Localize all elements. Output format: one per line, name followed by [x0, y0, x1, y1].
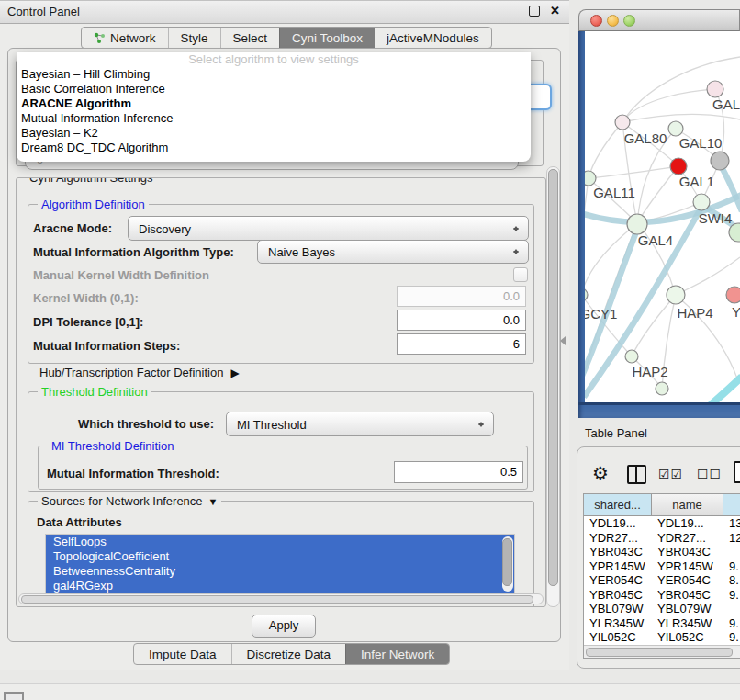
mi-type-combo[interactable]: Naive Bayes [257, 240, 529, 264]
threshold-definition-title: Threshold Definition [38, 385, 151, 399]
node[interactable] [711, 152, 729, 170]
aracne-mode-value: Discovery [139, 221, 191, 235]
list-scrollbar[interactable] [502, 536, 513, 592]
mi-threshold-label: Mutual Information Threshold: [47, 467, 219, 480]
settings-horizontal-scrollbar-thumb[interactable] [21, 595, 533, 604]
node-swi4[interactable] [693, 194, 710, 210]
node-gal1[interactable] [670, 158, 687, 175]
attribute-item[interactable]: SelfLoops [46, 535, 514, 549]
table-row: YBR045CYBR045C9. [584, 588, 740, 603]
column-header-name[interactable]: name [652, 494, 723, 516]
attribute-item[interactable]: gal4RGexp [46, 579, 514, 593]
settings-vertical-scrollbar-thumb[interactable] [548, 169, 558, 586]
table-header-row: shared... name [584, 494, 740, 516]
tab-cyni-toolbox[interactable]: Cyni Toolbox [279, 28, 375, 48]
dropdown-item[interactable]: Mutual Information Inference [17, 111, 531, 126]
gear-icon[interactable]: ⚙ [592, 462, 609, 484]
node-label: GAL80 [624, 130, 667, 146]
which-threshold-label: Which threshold to use: [78, 417, 214, 431]
select-all-checkboxes-icon[interactable]: ☑☑ [658, 467, 683, 481]
algorithm-definition-group: Algorithm Definition Aracne Mode: Discov… [28, 204, 534, 364]
threshold-definition-group: Threshold Definition Which threshold to … [28, 391, 534, 492]
node-gal10[interactable] [668, 121, 683, 136]
control-panel-titlebar: Control Panel ✕ [0, 0, 569, 24]
node-label: HAP2 [632, 364, 667, 379]
network-graph: GAL GAL80 GAL10 GAL1 GAL11 SWI4 GAL4 GCY… [585, 31, 740, 402]
tab-discretize-data[interactable]: Discretize Data [231, 644, 346, 664]
tab-select[interactable]: Select [220, 28, 280, 48]
node-label: GAL [712, 96, 740, 112]
mac-zoom-icon[interactable] [623, 15, 635, 27]
data-attributes-label: Data Attributes [37, 515, 122, 529]
algorithm-dropdown-placeholder: Select algorithm to view settings [17, 52, 531, 67]
combo-stepper-icon [477, 419, 485, 430]
settings-horizontal-scrollbar[interactable] [18, 593, 544, 604]
mi-steps-field[interactable]: 6 [397, 333, 526, 355]
table-row: YER054CYER054C8. [584, 573, 740, 588]
mac-close-icon[interactable] [590, 15, 602, 27]
algorithm-dropdown-popup: Select algorithm to view settings Bayesi… [17, 52, 531, 162]
node-hap4[interactable] [667, 286, 685, 304]
mac-minimize-icon[interactable] [607, 15, 619, 27]
manual-kernel-checkbox[interactable] [513, 267, 528, 282]
column-header[interactable] [723, 494, 740, 516]
manual-kernel-label: Manual Kernel Width Definition [33, 268, 209, 282]
bottom-tabbar: Impute Data Discretize Data Infer Networ… [133, 643, 450, 665]
node-gal80[interactable] [615, 115, 630, 130]
float-window-icon[interactable] [529, 6, 540, 17]
tab-impute-data[interactable]: Impute Data [134, 644, 231, 664]
combo-stepper-icon [512, 246, 520, 257]
which-threshold-combo[interactable]: MI Threshold [226, 412, 494, 436]
tab-network[interactable]: Network [82, 28, 168, 48]
table-horizontal-scrollbar-thumb[interactable] [586, 648, 733, 657]
column-header-shared-name[interactable]: shared... [584, 494, 652, 516]
aracne-mode-combo[interactable]: Discovery [128, 216, 529, 241]
settings-vertical-scrollbar[interactable] [546, 166, 560, 607]
combo-stepper-icon [512, 223, 520, 234]
table-horizontal-scrollbar[interactable] [584, 645, 740, 658]
mi-steps-label: Mutual Information Steps: [33, 339, 180, 353]
node-gcy1[interactable] [585, 288, 588, 301]
split-columns-icon[interactable] [627, 465, 646, 484]
document-icon[interactable] [734, 461, 740, 483]
dropdown-item[interactable]: Dream8 DC_TDC Algorithm [17, 141, 531, 155]
node[interactable] [656, 382, 668, 395]
expander-down-icon[interactable]: ▼ [208, 496, 219, 507]
node-gal11[interactable] [585, 171, 596, 186]
tab-style[interactable]: Style [168, 28, 220, 48]
algorithm-definition-title: Algorithm Definition [38, 198, 149, 211]
hub-definition-expander[interactable]: Hub/Transcription Factor Definition▶ [39, 366, 240, 379]
dropdown-item[interactable]: Bayesian – K2 [17, 126, 531, 141]
dpi-tolerance-field[interactable]: 0.0 [397, 310, 526, 331]
attribute-item[interactable]: BetweennessCentrality [46, 564, 514, 579]
network-canvas[interactable]: GAL GAL80 GAL10 GAL1 GAL11 SWI4 GAL4 GCY… [585, 31, 740, 402]
table-row: YDL19...YDL19...13 [584, 516, 740, 531]
node-label: Y [732, 304, 740, 320]
close-window-icon[interactable]: ✕ [550, 4, 560, 17]
tab-infer-network[interactable]: Infer Network [345, 644, 449, 664]
aracne-mode-label: Aracne Mode: [33, 221, 112, 235]
which-threshold-value: MI Threshold [237, 417, 307, 431]
control-panel-tabbar: Network Style Select Cyni Toolbox jActiv… [81, 27, 492, 49]
node[interactable] [707, 81, 723, 97]
mi-threshold-field[interactable]: 0.5 [394, 461, 523, 483]
table-row: YBR043CYBR043C [584, 545, 740, 559]
dpi-tolerance-label: DPI Tolerance [0,1]: [33, 315, 143, 329]
panel-divider-handle[interactable] [560, 336, 566, 345]
list-scrollbar-thumb[interactable] [502, 538, 512, 586]
kernel-width-label: Kernel Width (0,1): [33, 291, 139, 305]
kernel-width-field[interactable]: 0.0 [397, 286, 526, 307]
node-hap2[interactable] [625, 350, 638, 363]
tab-jactivemnodules[interactable]: jActiveMNodules [375, 28, 491, 48]
dropdown-item-selected[interactable]: ARACNE Algorithm [17, 96, 531, 111]
statusbar-grip-icon[interactable] [4, 692, 24, 700]
apply-button[interactable]: Apply [252, 615, 316, 638]
node[interactable] [726, 287, 740, 303]
dropdown-item[interactable]: Basic Correlation Inference [17, 82, 531, 96]
node-gal4[interactable] [627, 214, 647, 234]
deselect-all-checkboxes-icon[interactable]: ☐☐ [697, 467, 722, 481]
attribute-item[interactable]: TopologicalCoefficient [46, 549, 514, 564]
network-window-titlebar[interactable] [578, 9, 740, 31]
dropdown-item[interactable]: Bayesian – Hill Climbing [17, 67, 531, 82]
node-label: GCY1 [585, 306, 617, 322]
